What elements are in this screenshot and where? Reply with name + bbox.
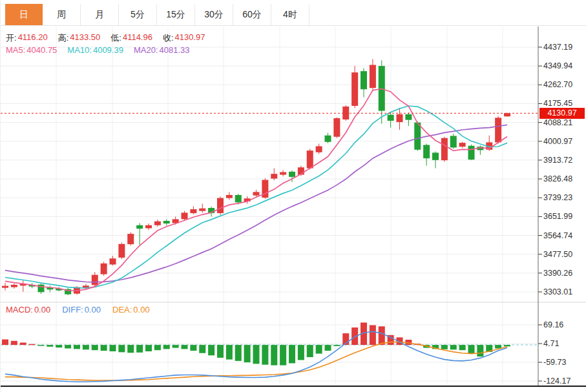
macd-tick-label: -59.73 — [543, 357, 566, 367]
macd-bar — [56, 345, 62, 347]
candle-body — [226, 195, 233, 198]
ma20-line — [5, 125, 507, 282]
macd-tick-label: 69.16 — [543, 320, 563, 330]
candle-body — [459, 143, 466, 147]
macd-bar — [325, 345, 331, 351]
macd-bar — [83, 345, 89, 349]
candle-body — [101, 263, 107, 274]
candle-body — [405, 114, 412, 120]
candle-body — [2, 286, 8, 288]
high-value: 4133.50 — [70, 32, 100, 44]
macd-bar — [74, 345, 80, 349]
low-value: 4114.96 — [123, 32, 152, 44]
macd-bar — [235, 345, 242, 361]
candle-body — [397, 114, 403, 122]
macd-bar — [190, 345, 196, 351]
last-price-badge: 4130.97 — [539, 108, 585, 119]
macd-tick-label: -124.17 — [543, 376, 570, 386]
macd-bar — [333, 345, 340, 346]
macd-bar — [173, 345, 179, 348]
candle-body — [110, 258, 116, 264]
macd-bar — [136, 345, 143, 353]
candle-body — [388, 115, 394, 121]
macd-bar — [199, 345, 205, 353]
price-tick-label: 4088.21 — [543, 118, 572, 128]
ma20-label: MA20: — [134, 45, 158, 55]
price-tick-label: 4262.70 — [543, 79, 572, 90]
close-label: 收: — [163, 32, 174, 44]
macd-bar — [244, 345, 251, 362]
macd-bar — [163, 345, 170, 349]
price-tick-label: 3303.01 — [543, 287, 572, 297]
macd-bar — [101, 345, 107, 351]
macd-bar — [127, 345, 134, 353]
price-tick-label: 3564.74 — [543, 231, 572, 241]
candle-body — [495, 118, 501, 142]
price-tick-label: 3826.48 — [543, 174, 572, 184]
macd-bar — [154, 345, 161, 350]
candle-body — [163, 221, 170, 223]
macd-bar — [38, 345, 45, 346]
candle-body — [271, 174, 277, 178]
price-tick-label: 3477.50 — [543, 249, 572, 260]
macd-bar — [370, 325, 376, 346]
candle-body — [333, 118, 340, 137]
macd-bar — [226, 345, 233, 360]
macd-value: 0.00 — [34, 305, 50, 315]
macd-bar — [468, 345, 475, 354]
macd-bar — [262, 345, 268, 365]
candle-body — [190, 209, 196, 213]
macd-bar — [208, 345, 215, 355]
candle-body — [370, 65, 376, 88]
chart-canvas[interactable] — [1, 0, 586, 392]
dea-value: 0.00 — [133, 305, 149, 315]
candle-body — [361, 71, 367, 89]
macd-bar — [316, 345, 322, 354]
price-tick-label: 3390.26 — [543, 268, 572, 278]
macd-bar — [450, 345, 457, 349]
macd-bar — [477, 345, 483, 356]
price-tick-label: 3913.72 — [543, 155, 572, 165]
kline-chart-widget: 日周月5分15分30分60分4时 开:4116.20 高:4133.50 低:4… — [0, 0, 586, 392]
macd-bar — [441, 345, 448, 349]
candle-body — [154, 222, 161, 225]
low-label: 低: — [110, 32, 121, 44]
candle-body — [468, 146, 475, 160]
macd-bar — [29, 344, 36, 346]
candle-body — [199, 209, 205, 211]
bottom-border — [1, 386, 586, 387]
macd-bar — [504, 345, 510, 346]
macd-bar — [459, 345, 466, 350]
candle-body — [307, 150, 313, 168]
candle-body — [423, 145, 430, 158]
candle-body — [351, 72, 358, 106]
ma20-value: 4081.33 — [160, 45, 190, 55]
candle-body — [432, 152, 439, 160]
ma5-line — [5, 89, 507, 291]
dea-label: DEA: — [112, 305, 132, 315]
candle-body — [414, 123, 421, 150]
ma5-label: MA5: — [6, 45, 25, 55]
macd-bar — [307, 345, 313, 357]
diff-label: DIFF: — [62, 305, 83, 315]
macd-bar — [289, 345, 295, 363]
macd-bar — [253, 345, 260, 364]
macd-bar — [379, 326, 385, 345]
candle-body — [325, 136, 331, 142]
macd-bar — [110, 345, 116, 351]
macd-bar — [47, 345, 53, 347]
candle-body — [280, 172, 286, 175]
macd-legend: MACD:0.00 DIFF:0.00 DEA:0.00 — [6, 305, 150, 315]
candle-body — [253, 192, 260, 195]
candle-body — [316, 146, 322, 152]
candle-body — [217, 198, 224, 213]
candle-body — [182, 212, 188, 219]
macd-bar — [20, 343, 26, 346]
macd-bar — [65, 345, 71, 348]
ohlc-legend: 开:4116.20 高:4133.50 低:4114.96 收:4130.97 — [6, 32, 205, 44]
candle-body — [127, 234, 134, 244]
macd-bar — [280, 345, 286, 366]
diff-value: 0.00 — [85, 305, 101, 315]
open-label: 开: — [6, 32, 17, 44]
macd-label: MACD: — [6, 305, 33, 315]
